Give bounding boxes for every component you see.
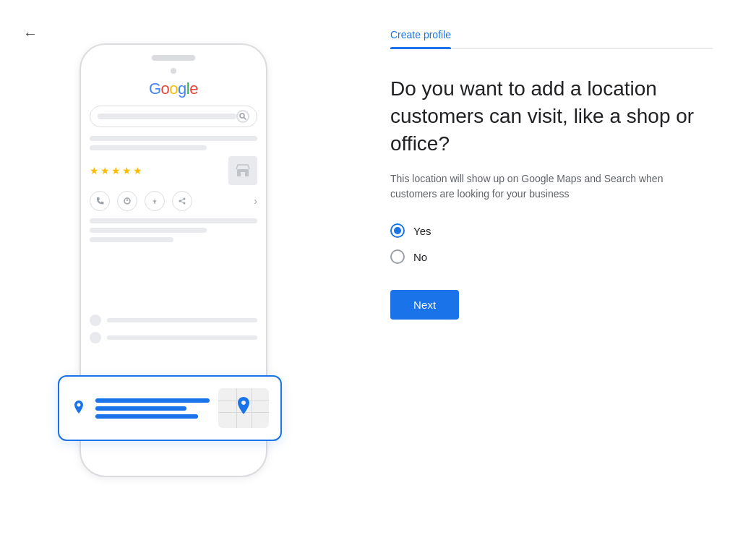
search-bar: [90, 106, 257, 127]
svg-line-1: [244, 118, 246, 120]
location-pin-left-icon: [71, 399, 87, 418]
radio-group: Yes No: [390, 223, 713, 264]
text-line: [90, 237, 173, 242]
no-option[interactable]: No: [390, 249, 713, 264]
phone-camera: [171, 68, 176, 74]
content-lines-2: [90, 218, 257, 242]
bottom-line: [107, 318, 257, 322]
location-card: [58, 375, 282, 441]
yes-label: Yes: [413, 225, 431, 237]
stars: ★ ★ ★ ★ ★: [90, 165, 142, 176]
save-action-icon: [145, 191, 165, 211]
no-label: No: [413, 251, 427, 263]
yes-radio-button[interactable]: [390, 223, 405, 238]
next-button[interactable]: Next: [390, 290, 459, 320]
globe-row: [90, 332, 257, 343]
text-line: [90, 145, 207, 150]
action-icons-row: ›: [90, 191, 257, 211]
directions-action-icon: [117, 191, 137, 211]
create-profile-tab: Create profile: [390, 29, 451, 48]
loc-line: [95, 414, 198, 419]
yes-radio-inner: [394, 227, 401, 234]
loc-line: [95, 398, 210, 403]
google-logo: Google: [90, 80, 257, 98]
bottom-line: [107, 335, 257, 340]
question-subtitle: This location will show up on Google Map…: [390, 171, 679, 202]
search-bar-line: [98, 114, 236, 119]
phone-illustration: Google: [58, 43, 289, 492]
map-area: [218, 388, 269, 428]
content-lines-1: [90, 136, 257, 150]
phone-notch: [152, 55, 195, 61]
svg-line-8: [180, 199, 184, 201]
store-icon: [228, 156, 257, 185]
back-button[interactable]: ←: [17, 20, 43, 46]
right-panel: Create profile Do you want to add a loca…: [347, 0, 756, 535]
illustration-panel: Google: [0, 0, 347, 535]
stars-row: ★ ★ ★ ★ ★: [90, 156, 257, 185]
globe-small-icon: [90, 332, 101, 343]
phone-row: [90, 314, 257, 326]
chevron-right-icon: ›: [254, 195, 257, 207]
text-line: [90, 228, 207, 233]
yes-option[interactable]: Yes: [390, 223, 713, 238]
phone-action-icon: [90, 191, 110, 211]
loc-line: [95, 406, 186, 411]
phone-content: Google: [81, 80, 266, 242]
question-title: Do you want to add a location customers …: [390, 75, 713, 157]
text-line: [90, 136, 257, 141]
share-action-icon: [172, 191, 192, 211]
svg-rect-3: [241, 172, 245, 176]
search-icon: [236, 110, 249, 123]
progress-tabs: Create profile: [390, 29, 713, 49]
back-arrow-icon: ←: [23, 26, 38, 40]
location-text-lines: [95, 398, 210, 419]
no-radio-button[interactable]: [390, 249, 405, 264]
phone-small-icon: [90, 314, 101, 326]
text-line: [90, 218, 257, 223]
svg-line-9: [180, 201, 184, 203]
phone-bottom: [81, 314, 266, 343]
map-pin-icon: [235, 397, 252, 420]
